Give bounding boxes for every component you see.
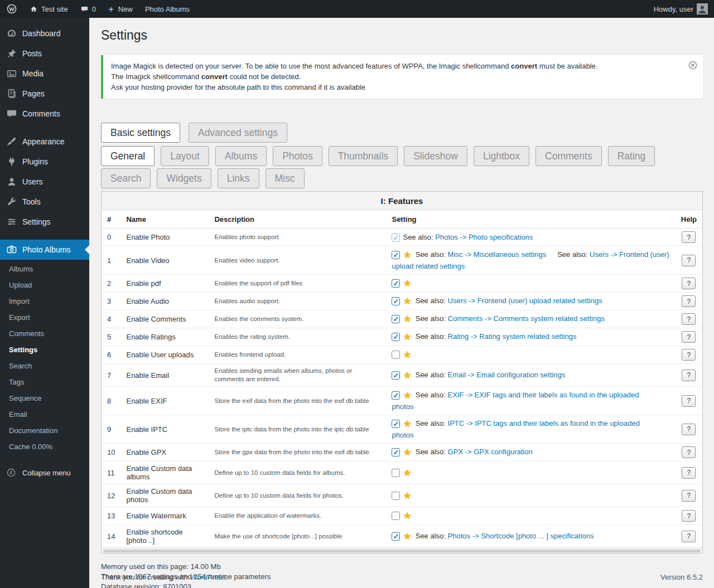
setting-checkbox-checked[interactable]: ✓ (392, 448, 400, 456)
scrollbar-thumb[interactable] (103, 550, 701, 553)
help-button[interactable]: ? (682, 313, 696, 325)
sidebar-item-plugins[interactable]: Plugins (0, 152, 89, 172)
horizontal-scrollbar[interactable] (102, 548, 702, 553)
see-also-label: See also: (416, 448, 446, 456)
subtab-misc[interactable]: Misc (266, 168, 305, 188)
column-header-setting: Setting (386, 210, 675, 229)
see-also-link[interactable]: Misc -> Miscellaneous settings (448, 250, 547, 259)
see-also-link[interactable]: Users -> Frontend (user) upload related … (448, 297, 602, 305)
setting-checkbox-unchecked[interactable] (392, 469, 400, 477)
setting-name: Enable GPX (120, 444, 209, 461)
wordpress-logo-icon[interactable] (0, 0, 23, 18)
see-also-link[interactable]: GPX -> GPX configuration (448, 448, 533, 456)
sidebar-item-comments[interactable]: Comments (0, 104, 89, 124)
sidebar-subitem-comments[interactable]: Comments (0, 325, 89, 342)
see-also-link[interactable]: Photos -> Shortcode [photo ... ] specifi… (448, 532, 594, 540)
collapse-menu-button[interactable]: Collapse menu (0, 461, 89, 484)
setting-checkbox-checked[interactable]: ✓ (392, 234, 400, 242)
tab-advanced-settings[interactable]: Advanced settings (189, 123, 287, 143)
sidebar-subitem-albums[interactable]: Albums (0, 261, 89, 277)
sidebar-subitem-export[interactable]: Export (0, 309, 89, 325)
see-also-link[interactable]: Rating -> Rating system related settings (448, 332, 577, 341)
see-also-link[interactable]: Email -> Email configuration settings (448, 371, 566, 379)
sidebar-subitem-sequence[interactable]: Sequence (0, 390, 89, 406)
help-button[interactable]: ? (682, 395, 696, 407)
help-button[interactable]: ? (682, 231, 696, 243)
sidebar-subitem-email[interactable]: Email (0, 406, 89, 422)
setting-checkbox-checked[interactable]: ✓ (392, 333, 400, 341)
subtab-lightbox[interactable]: Lightbox (474, 146, 529, 166)
help-button[interactable]: ? (682, 349, 696, 361)
setting-checkbox-checked[interactable]: ✓ (392, 251, 400, 259)
sidebar-item-label: Plugins (22, 157, 48, 166)
sidebar-subitem-search[interactable]: Search (0, 358, 89, 374)
subtab-slideshow[interactable]: Slideshow (404, 146, 467, 166)
help-button[interactable]: ? (682, 424, 696, 435)
see-also-link[interactable]: Photos -> Photo specifications (435, 233, 533, 241)
star-icon: ★ (403, 314, 411, 324)
setting-checkbox-unchecked[interactable] (392, 512, 400, 520)
help-button[interactable]: ? (682, 467, 696, 479)
setting-checkbox-checked[interactable]: ✓ (392, 371, 400, 380)
sidebar-subitem-tags[interactable]: Tags (0, 374, 89, 390)
help-button[interactable]: ? (682, 278, 696, 289)
wordpress-link[interactable]: WordPress (190, 573, 226, 581)
sidebar-subitem-import[interactable]: Import (0, 293, 89, 309)
subtab-links[interactable]: Links (218, 168, 259, 188)
star-icon: ★ (403, 390, 411, 401)
sidebar-item-users[interactable]: Users (0, 172, 89, 192)
admin-footer: Thank you for creating with WordPress. V… (101, 573, 703, 581)
subtab-widgets[interactable]: Widgets (157, 168, 211, 188)
setting-checkbox-checked[interactable]: ✓ (392, 391, 400, 400)
setting-checkbox-checked[interactable]: ✓ (392, 297, 400, 305)
row-number: 10 (102, 444, 120, 461)
setting-checkbox-checked[interactable]: ✓ (392, 532, 400, 541)
subtab-albums[interactable]: Albums (215, 146, 267, 166)
sidebar-subitem-cache-0-00[interactable]: Cache 0.00% (0, 439, 89, 455)
help-button[interactable]: ? (682, 255, 696, 266)
help-button[interactable]: ? (682, 370, 696, 381)
sidebar-item-settings[interactable]: Settings (0, 212, 89, 232)
help-button[interactable]: ? (682, 446, 696, 458)
subtab-layout[interactable]: Layout (161, 146, 209, 166)
sidebar-item-dashboard[interactable]: Dashboard (0, 23, 89, 43)
row-number: 2 (102, 275, 120, 293)
ab-photo-albums-link[interactable]: Photo Albums (139, 0, 196, 18)
sidebar-item-appearance[interactable]: Appearance (0, 132, 89, 152)
footer-thanks: Thank you for creating with WordPress. (101, 573, 228, 581)
help-button[interactable]: ? (682, 510, 696, 522)
subtab-photos[interactable]: Photos (273, 146, 322, 166)
sidebar-subitem-documentation[interactable]: Documentation (0, 422, 89, 439)
dismiss-notice-button[interactable] (688, 60, 698, 72)
help-button[interactable]: ? (682, 295, 696, 307)
setting-checkbox-unchecked[interactable] (392, 492, 400, 500)
sidebar-item-posts[interactable]: Posts (0, 43, 89, 64)
subtab-comments[interactable]: Comments (536, 146, 602, 166)
setting-checkbox-checked[interactable]: ✓ (392, 279, 400, 288)
sidebar-item-photo-albums[interactable]: Photo Albums (0, 240, 89, 260)
sidebar-subitem-settings[interactable]: Settings (0, 342, 89, 358)
see-also-link[interactable]: Comments -> Comments system related sett… (448, 314, 605, 323)
subtab-search[interactable]: Search (101, 168, 151, 188)
subtab-general[interactable]: General (101, 146, 155, 166)
subtab-thumbnails[interactable]: Thumbnails (329, 146, 398, 166)
help-button[interactable]: ? (682, 531, 696, 542)
comments-shortcut[interactable]: 0 (74, 0, 102, 18)
subtab-rating[interactable]: Rating (608, 146, 655, 166)
setting-checkbox-checked[interactable]: ✓ (392, 420, 400, 428)
new-content-button[interactable]: + New (102, 0, 139, 18)
tab-basic-settings[interactable]: Basic settings (101, 123, 180, 143)
row-number: 9 (102, 415, 120, 444)
see-also-label: See also: (557, 250, 587, 259)
help-button[interactable]: ? (682, 331, 696, 343)
sidebar-item-pages[interactable]: Pages (0, 84, 89, 104)
sidebar-subitem-upload[interactable]: Upload (0, 277, 89, 293)
setting-checkbox-unchecked[interactable] (392, 351, 400, 359)
notice-text: Image Magick is detected on your server.… (111, 61, 678, 93)
sidebar-item-media[interactable]: Media (0, 64, 89, 84)
sidebar-item-tools[interactable]: Tools (0, 192, 89, 212)
help-button[interactable]: ? (682, 490, 696, 502)
setting-checkbox-checked[interactable]: ✓ (392, 315, 400, 323)
howdy-menu[interactable]: Howdy, user (648, 0, 714, 18)
site-name-link[interactable]: Test site (23, 0, 74, 18)
